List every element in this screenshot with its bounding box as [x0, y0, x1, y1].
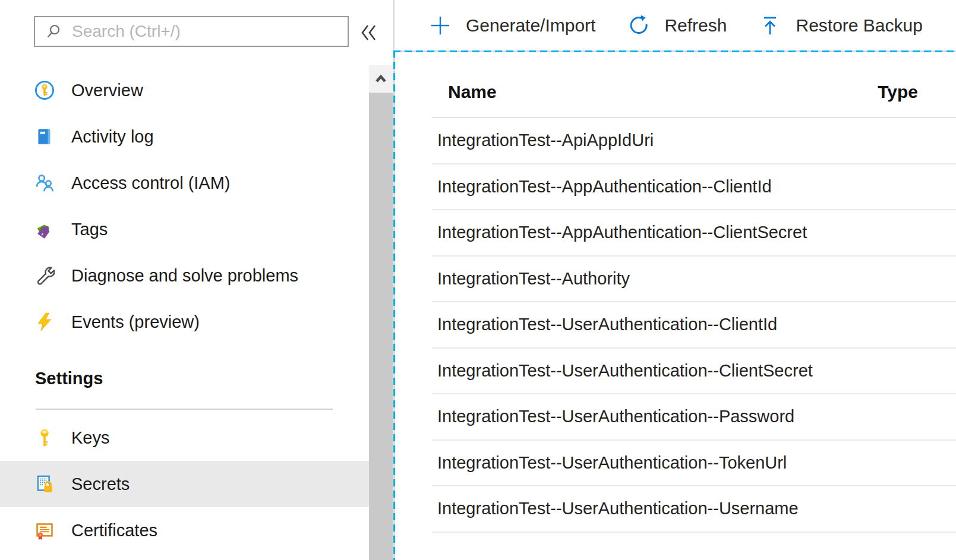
table-row[interactable]: IntegrationTest--UserAuthentication--Use… — [432, 486, 956, 533]
secrets-table-header: Name Type — [393, 52, 956, 117]
key-icon — [34, 428, 55, 448]
sidebar-item-diagnose[interactable]: Diagnose and solve problems — [0, 252, 369, 299]
sidebar-item-label: Secrets — [71, 474, 130, 494]
sidebar-item-label: Keys — [71, 428, 109, 448]
sidebar-scrollbar[interactable] — [369, 65, 393, 560]
sidebar-item-overview[interactable]: Overview — [0, 67, 369, 113]
secret-name: IntegrationTest--AppAuthentication--Clie… — [432, 177, 772, 197]
table-row[interactable]: IntegrationTest--UserAuthentication--Pas… — [432, 394, 956, 441]
wrench-icon — [34, 265, 55, 286]
table-row[interactable]: IntegrationTest--AppAuthentication--Clie… — [432, 210, 956, 257]
table-row[interactable]: IntegrationTest--Authority — [432, 257, 956, 303]
sidebar-item-secrets[interactable]: Secrets — [0, 461, 369, 507]
secret-name: IntegrationTest--UserAuthentication--Pas… — [432, 407, 794, 426]
table-row[interactable]: IntegrationTest--UserAuthentication--Cli… — [432, 302, 956, 349]
collapse-sidebar-button[interactable] — [356, 20, 383, 46]
sidebar-item-events[interactable]: Events (preview) — [0, 299, 369, 345]
section-heading: Settings — [35, 369, 103, 388]
sidebar-item-label: Overview — [71, 81, 143, 100]
sidebar-item-keys[interactable]: Keys — [0, 415, 369, 461]
sidebar-item-label: Certificates — [71, 521, 157, 540]
sidebar-item-activity-log[interactable]: Activity log — [0, 113, 369, 160]
column-header-type[interactable]: Type — [878, 82, 918, 102]
button-label: Refresh — [664, 15, 727, 36]
pane-divider — [393, 0, 395, 50]
lightning-icon — [34, 312, 55, 332]
search-input[interactable] — [62, 17, 348, 46]
sidebar-item-access-control[interactable]: Access control (IAM) — [0, 160, 369, 206]
button-label: Restore Backup — [796, 15, 922, 36]
secret-name: IntegrationTest--UserAuthentication--Cli… — [432, 361, 813, 381]
sidebar-item-label: Activity log — [71, 127, 154, 147]
sidebar-search-box[interactable] — [34, 16, 349, 47]
sidebar-section-settings: Settings — [0, 345, 369, 410]
column-header-name[interactable]: Name — [448, 82, 497, 102]
secret-lock-icon — [34, 474, 55, 494]
secret-name: IntegrationTest--UserAuthentication--Tok… — [432, 453, 787, 473]
access-control-icon — [34, 173, 55, 193]
sidebar-item-label: Events (preview) — [71, 312, 200, 332]
refresh-icon — [627, 14, 650, 37]
sidebar-item-certificates[interactable]: Certificates — [0, 507, 369, 553]
sidebar-item-tags[interactable]: Tags — [0, 206, 369, 252]
activity-log-icon — [34, 126, 55, 147]
generate-import-button[interactable]: Generate/Import — [429, 14, 595, 37]
key-vault-icon — [34, 80, 55, 100]
table-row[interactable]: IntegrationTest--ApiAppIdUri — [432, 118, 956, 164]
secret-name: IntegrationTest--ApiAppIdUri — [432, 131, 654, 150]
tags-icon — [34, 219, 55, 239]
section-divider — [36, 409, 333, 410]
secrets-pane: Generate/Import Refresh Restore Backup N… — [393, 0, 956, 560]
restore-upload-icon — [759, 14, 781, 37]
search-icon — [45, 23, 62, 40]
scrollbar-up-button[interactable] — [369, 65, 393, 93]
restore-backup-button[interactable]: Restore Backup — [759, 14, 922, 37]
secret-name: IntegrationTest--Authority — [432, 269, 630, 289]
secret-name: IntegrationTest--AppAuthentication--Clie… — [432, 223, 807, 242]
table-row[interactable]: IntegrationTest--UserAuthentication--Tok… — [432, 441, 956, 487]
sidebar-item-label: Diagnose and solve problems — [71, 266, 298, 286]
secret-name: IntegrationTest--UserAuthentication--Cli… — [432, 315, 777, 334]
chevron-up-icon — [373, 72, 389, 86]
table-row[interactable]: IntegrationTest--AppAuthentication--Clie… — [432, 164, 956, 211]
table-row[interactable]: IntegrationTest--UserAuthentication--Cli… — [432, 349, 956, 395]
scrollbar-thumb[interactable] — [369, 93, 393, 560]
button-label: Generate/Import — [466, 15, 595, 36]
refresh-button[interactable]: Refresh — [627, 14, 727, 37]
sidebar: Overview Activity log Access control (IA… — [0, 0, 393, 560]
certificate-icon — [34, 520, 55, 540]
sidebar-item-label: Tags — [71, 220, 108, 239]
secret-name: IntegrationTest--UserAuthentication--Use… — [432, 499, 799, 518]
command-bar: Generate/Import Refresh Restore Backup — [393, 0, 956, 50]
secrets-table: IntegrationTest--ApiAppIdUri Integration… — [393, 118, 956, 533]
sidebar-item-label: Access control (IAM) — [71, 173, 231, 193]
plus-icon — [429, 14, 452, 37]
double-chevron-left-icon — [357, 21, 382, 45]
